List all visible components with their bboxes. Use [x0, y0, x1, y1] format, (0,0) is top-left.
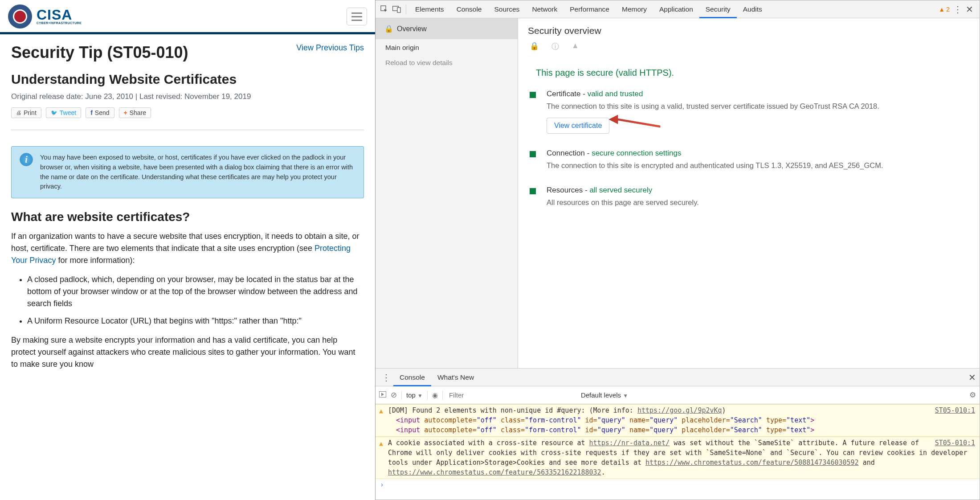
section-heading: What are website certificates? [11, 210, 364, 224]
console-filter-input[interactable] [447, 389, 576, 401]
tab-elements[interactable]: Elements [409, 1, 450, 18]
console-link[interactable]: https://goo.gl/9p2vKq [637, 406, 722, 414]
tab-application[interactable]: Application [653, 1, 699, 18]
warning-icon: ▲ [379, 439, 383, 449]
drawer-tab-console[interactable]: Console [393, 369, 431, 386]
console-output: ▲ ST05-010:1 [DOM] Found 2 elements with… [376, 404, 980, 500]
tab-audits[interactable]: Audits [737, 1, 768, 18]
view-certificate-button[interactable]: View certificate [547, 118, 609, 134]
more-menu-icon[interactable]: ⋮ [953, 4, 962, 15]
tab-memory[interactable]: Memory [616, 1, 653, 18]
share-button[interactable]: Share [119, 107, 151, 118]
sidebar-reload-hint[interactable]: Reload to view details [376, 56, 518, 71]
device-toolbar-icon[interactable] [391, 3, 403, 16]
security-sidebar: 🔒Overview Main origin Reload to view det… [376, 18, 518, 368]
info-icon: ⓘ [551, 41, 559, 52]
devtools: Elements Console Sources Network Perform… [376, 0, 980, 500]
sidebar-main-origin: Main origin [376, 39, 518, 56]
share-buttons: Print Tweet Send Share [11, 107, 364, 118]
warning-icon: ▲ [572, 41, 579, 52]
list-item: A Uniform Resource Locator (URL) that be… [27, 315, 364, 327]
security-status-icons: 🔒 ⓘ ▲ [528, 41, 970, 52]
lock-icon: 🔒 [384, 25, 393, 33]
body-text: If an organization wants to have a secur… [11, 230, 364, 370]
cisa-header: CISA CYBER+INFRASTRUCTURE [0, 0, 375, 34]
context-selector[interactable]: top ▼ [406, 391, 423, 399]
release-date: Original release date: June 23, 2010 | L… [11, 92, 364, 101]
tab-sources[interactable]: Sources [488, 1, 526, 18]
cisa-logo[interactable]: CISA CYBER+INFRASTRUCTURE [8, 4, 82, 29]
drawer-more-icon[interactable]: ⋮ [379, 372, 393, 383]
info-icon: i [20, 153, 33, 166]
divider [11, 130, 364, 130]
console-link[interactable]: https://www.chromestatus.com/feature/508… [645, 459, 859, 467]
list-item: A closed padlock, which, depending on yo… [27, 274, 364, 310]
log-source-link[interactable]: ST05-010:1 [935, 439, 975, 448]
sidebar-overview[interactable]: 🔒Overview [376, 18, 518, 39]
devtools-drawer: ⋮ Console What's New ✕ ⊘ top ▼ ◉ Default… [376, 368, 980, 500]
close-devtools-icon[interactable]: ✕ [966, 4, 973, 15]
cisa-seal-icon [8, 4, 32, 29]
cisa-wordmark: CISA [37, 8, 82, 21]
inspect-element-icon[interactable] [378, 3, 391, 16]
devtools-tabbar: Elements Console Sources Network Perform… [376, 0, 980, 18]
view-previous-tips-link[interactable]: View Previous Tips [296, 43, 364, 53]
live-expression-icon[interactable]: ◉ [432, 391, 438, 399]
status-square-icon [530, 151, 536, 157]
log-levels-selector[interactable]: Default levels ▼ [581, 391, 628, 399]
console-toolbar: ⊘ top ▼ ◉ Default levels ▼ ⚙ [376, 386, 980, 404]
print-button[interactable]: Print [11, 107, 41, 118]
warning-count-badge[interactable]: ▲ 2 [939, 6, 950, 13]
cisa-content: Security Tip (ST05-010) View Previous Ti… [0, 34, 375, 500]
console-execute-icon[interactable] [379, 391, 386, 399]
security-overview: Security overview 🔒 ⓘ ▲ This page is sec… [518, 18, 980, 368]
console-warning-row: ▲ ST05-010:1 [DOM] Found 2 elements with… [376, 404, 980, 437]
certificate-desc: The connection to this site is using a v… [547, 101, 970, 111]
lock-icon: 🔒 [530, 41, 539, 52]
svg-rect-2 [397, 8, 400, 12]
connection-block: Connection - secure connection settings … [528, 149, 970, 171]
devtools-tabs: Elements Console Sources Network Perform… [409, 1, 939, 18]
status-square-icon [530, 92, 536, 98]
resources-desc: All resources on this page are served se… [547, 197, 970, 208]
log-source-link[interactable]: ST05-010:1 [935, 406, 975, 416]
console-prompt[interactable]: › [376, 479, 980, 491]
warning-icon: ▲ [379, 406, 383, 416]
drawer-tab-whatsnew[interactable]: What's New [431, 369, 480, 386]
tab-security[interactable]: Security [699, 1, 737, 18]
certificate-block: Certificate - valid and trusted The conn… [528, 90, 970, 134]
page-subtitle: Understanding Website Certificates [11, 72, 364, 87]
cisa-page: CISA CYBER+INFRASTRUCTURE Security Tip (… [0, 0, 376, 500]
tweet-button[interactable]: Tweet [46, 107, 81, 118]
status-square-icon [530, 188, 536, 194]
info-box-text: You may have been exposed to website, or… [40, 154, 353, 190]
drawer-tabbar: ⋮ Console What's New ✕ [376, 369, 980, 386]
tab-console[interactable]: Console [450, 1, 488, 18]
send-button[interactable]: Send [86, 107, 114, 118]
info-box: i You may have been exposed to website, … [11, 146, 364, 198]
console-link[interactable]: https://nr-data.net/ [589, 439, 670, 447]
annotation-arrow [609, 112, 662, 130]
cisa-logo-text: CISA CYBER+INFRASTRUCTURE [37, 8, 82, 25]
connection-desc: The connection to this site is encrypted… [547, 160, 970, 171]
cisa-tagline: CYBER+INFRASTRUCTURE [37, 21, 82, 25]
body-paragraph: By making sure a website encrypts your i… [11, 334, 364, 370]
console-settings-icon[interactable]: ⚙ [969, 390, 976, 400]
page-title: Security Tip (ST05-010) [11, 43, 188, 62]
resources-block: Resources - all served securely All reso… [528, 186, 970, 208]
security-panel: 🔒Overview Main origin Reload to view det… [376, 18, 980, 368]
drawer-close-icon[interactable]: ✕ [968, 372, 976, 383]
tab-network[interactable]: Network [526, 1, 564, 18]
secure-message: This page is secure (valid HTTPS). [528, 68, 970, 78]
console-link[interactable]: https://www.chromestatus.com/feature/563… [388, 468, 601, 476]
console-warning-row: ▲ ST05-010:1 A cookie associated with a … [376, 437, 980, 479]
clear-console-icon[interactable]: ⊘ [391, 390, 397, 400]
tab-performance[interactable]: Performance [564, 1, 616, 18]
menu-button[interactable] [347, 8, 367, 25]
security-overview-title: Security overview [528, 25, 970, 36]
